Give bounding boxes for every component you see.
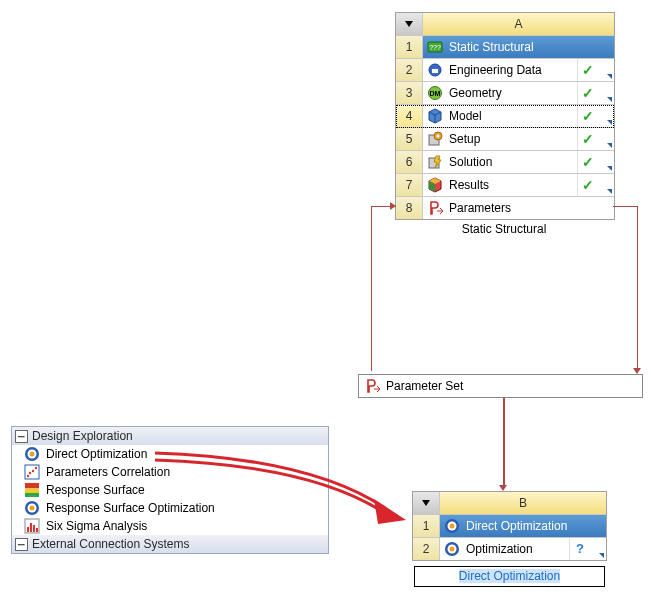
status-cell: ✓ [577,59,598,81]
system-a-row-parameters[interactable]: 8 Parameters [396,197,614,219]
parameter-set-label: Parameter Set [386,379,463,393]
row-number: 1 [413,515,440,537]
cell-label: Setup [449,128,480,150]
triangle-down-icon [422,500,430,506]
expand-cell[interactable] [598,128,614,150]
toolbox-header-external-connection[interactable]: − External Connection Systems [12,535,328,553]
system-b-rename-input[interactable]: Direct Optimization [414,566,605,587]
row-number: 2 [413,538,440,560]
response-surface-optimization-icon [24,500,40,516]
triangle-corner-icon [607,120,612,125]
svg-point-9 [437,135,440,138]
row-number: 4 [396,105,423,127]
system-b-row-direct-optimization[interactable]: 1 Direct Optimization [413,515,606,538]
expand-cell[interactable] [598,174,614,196]
static-structural-icon: ??? [427,39,443,55]
cell-model[interactable]: Model [423,105,577,127]
cell-direct-optimization[interactable]: Direct Optimization [440,515,606,537]
svg-rect-21 [25,488,39,493]
checkmark-icon: ✓ [582,59,594,81]
toolbox-item-label: Direct Optimization [46,447,147,461]
cell-static-structural[interactable]: ??? Static Structural [423,36,614,58]
expand-cell[interactable] [598,105,614,127]
system-a-row-setup[interactable]: 5 Setup ✓ [396,128,614,151]
row-number: 7 [396,174,423,196]
svg-point-34 [450,524,455,529]
model-icon [427,108,443,124]
status-cell: ✓ [577,151,598,173]
svg-rect-4 [432,67,438,69]
svg-rect-28 [30,523,32,532]
cell-geometry[interactable]: DM Geometry [423,82,577,104]
system-a-header-handle[interactable] [396,13,423,35]
cell-results[interactable]: Results [423,174,577,196]
triangle-corner-icon [607,189,612,194]
triangle-corner-icon [607,74,612,79]
system-a-row-model[interactable]: 4 Model ✓ [396,105,614,128]
cell-label: Model [449,105,482,127]
svg-marker-31 [374,499,406,524]
system-a-table: A 1 ??? Static Structural 2 Engineering … [395,12,615,220]
optimization-icon [444,541,460,557]
system-b-column-header: B [440,492,606,514]
toolbox-header-label: External Connection Systems [32,537,189,551]
system-b-header-row: B [413,492,606,515]
cell-label: Static Structural [449,36,534,58]
cell-label: Optimization [466,538,533,560]
solution-icon [427,154,443,170]
toolbox-item-label: Response Surface [46,483,145,497]
system-a-column-header: A [423,13,614,35]
triangle-corner-icon [607,143,612,148]
parameter-set-box[interactable]: Parameter Set [358,374,643,398]
connector-line [613,206,638,207]
cell-parameters[interactable]: Parameters [423,197,614,219]
svg-point-18 [35,467,37,469]
direct-optimization-icon [24,446,40,462]
expand-cell[interactable] [598,82,614,104]
checkmark-icon: ✓ [582,151,594,173]
svg-text:???: ??? [429,44,441,51]
checkmark-icon: ✓ [582,128,594,150]
expand-cell[interactable] [598,59,614,81]
system-a-row-engineering-data[interactable]: 2 Engineering Data ✓ [396,59,614,82]
svg-rect-20 [25,483,39,488]
collapse-button[interactable]: − [15,430,28,443]
toolbox-item-label: Six Sigma Analysis [46,519,147,533]
svg-rect-29 [33,525,35,532]
checkmark-icon: ✓ [582,105,594,127]
triangle-corner-icon [599,553,604,558]
status-cell: ✓ [577,82,598,104]
system-a-row-static-structural[interactable]: 1 ??? Static Structural [396,36,614,59]
cell-setup[interactable]: Setup [423,128,577,150]
cell-label: Geometry [449,82,502,104]
cell-solution[interactable]: Solution [423,151,577,173]
system-a-row-results[interactable]: 7 Results ✓ [396,174,614,197]
system-a-row-solution[interactable]: 6 Solution ✓ [396,151,614,174]
cell-engineering-data[interactable]: Engineering Data [423,59,577,81]
status-cell: ? [569,538,590,560]
svg-point-25 [30,506,35,511]
toolbox-header-label: Design Exploration [32,429,133,443]
cell-optimization[interactable]: Optimization [440,538,569,560]
cell-label: Parameters [449,197,511,219]
row-number: 3 [396,82,423,104]
triangle-corner-icon [607,166,612,171]
connector-line [637,206,638,371]
status-cell: ✓ [577,105,598,127]
svg-point-16 [29,472,31,474]
system-b-header-handle[interactable] [413,492,440,514]
system-b-row-optimization[interactable]: 2 Optimization ? [413,538,606,560]
triangle-down-icon [405,21,413,27]
expand-cell[interactable] [598,151,614,173]
toolbox-header-design-exploration[interactable]: − Design Exploration [12,427,328,445]
svg-point-13 [30,452,35,457]
system-a-row-geometry[interactable]: 3 DM Geometry ✓ [396,82,614,105]
row-number: 1 [396,36,423,58]
collapse-button[interactable]: − [15,538,28,551]
checkmark-icon: ✓ [582,174,594,196]
system-b-table: B 1 Direct Optimization 2 Optimization ? [412,491,607,561]
cell-label: Direct Optimization [466,515,567,537]
parameters-correlation-icon [24,464,40,480]
expand-cell[interactable] [590,538,606,560]
row-number: 5 [396,128,423,150]
